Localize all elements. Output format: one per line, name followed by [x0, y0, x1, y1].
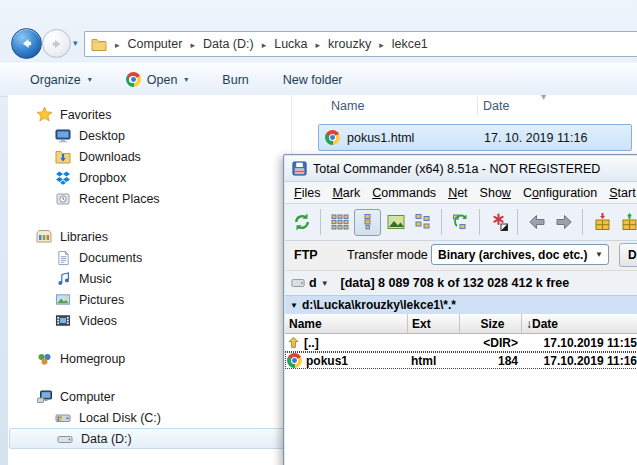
documents-icon — [54, 249, 72, 267]
menu-item-configuration[interactable]: Configuration — [517, 184, 603, 202]
explorer-nav-row: ▾ ▸Computer▸Data (D:)▸Lucka▸krouzky▸lekc… — [0, 26, 637, 62]
menu-item-mark[interactable]: Mark — [326, 184, 366, 202]
sidebar-item-downloads[interactable]: Downloads — [8, 146, 291, 167]
back-arrow-icon — [19, 36, 34, 51]
tc-column-date-label: Date — [532, 317, 558, 331]
back-button[interactable] — [11, 28, 42, 59]
tc-drive-bar: d ▼ [data] 8 089 708 k of 132 028 412 k … — [285, 271, 637, 295]
screen: ▾ ▸Computer▸Data (D:)▸Lucka▸krouzky▸lekc… — [0, 0, 637, 465]
data-disk-icon — [56, 430, 74, 448]
toolbar-icon-select[interactable] — [486, 210, 511, 235]
breadcrumb-item[interactable]: Computer — [128, 37, 183, 51]
forward-button[interactable] — [42, 29, 71, 58]
toolbar-icon-refresh[interactable] — [289, 210, 314, 235]
tc-column-size[interactable]: Size — [459, 314, 521, 333]
address-bar[interactable]: ▸Computer▸Data (D:)▸Lucka▸krouzky▸lekce1 — [84, 31, 637, 57]
breadcrumb-arrow-icon[interactable]: ▸ — [115, 40, 120, 50]
burn-button[interactable]: Burn — [212, 68, 258, 92]
button-label: New folder — [283, 73, 343, 87]
chrome-icon — [126, 72, 141, 87]
toolbar-icon-forward[interactable] — [551, 210, 576, 235]
column-divider[interactable] — [477, 97, 478, 116]
toolbar-icon-tree[interactable] — [410, 210, 435, 235]
sidebar-item-videos[interactable]: Videos — [8, 310, 291, 331]
breadcrumb: ▸Computer▸Data (D:)▸Lucka▸krouzky▸lekce1 — [107, 37, 428, 51]
sidebar-item-pictures[interactable]: Pictures — [8, 289, 291, 310]
sidebar-item-homegroup[interactable]: Homegroup — [8, 348, 291, 369]
toolbar-icon-pack[interactable] — [589, 210, 614, 235]
menu-item-start[interactable]: Start — [603, 184, 637, 202]
pictures-icon — [54, 291, 72, 309]
tc-cell-date: 17.10.2019 11:15 — [521, 336, 637, 350]
local-disk-icon — [54, 409, 72, 427]
toolbar-separator — [517, 209, 518, 235]
tc-file-row[interactable]: [..]<DIR>17.10.2019 11:15 — [285, 334, 637, 352]
button-label: Open — [147, 73, 178, 87]
sidebar-item-favorites[interactable]: Favorites — [8, 104, 291, 125]
sidebar-item-music[interactable]: Music — [8, 268, 291, 289]
sidebar-group: LibrariesDocumentsMusicPicturesVideos — [8, 226, 291, 331]
history-dropdown-icon[interactable]: ▾ — [73, 38, 78, 48]
sidebar-item-libraries[interactable]: Libraries — [8, 226, 291, 247]
button-label: Burn — [222, 73, 248, 87]
transfer-mode-label: Transfer mode — [347, 248, 428, 262]
file-row-selected[interactable]: pokus1.html 17. 10. 2019 11:16 — [318, 124, 632, 151]
file-date: 17. 10. 2019 11:16 — [484, 131, 587, 145]
computer-icon — [35, 388, 53, 406]
toolbar-icon-brief[interactable] — [327, 210, 352, 235]
sidebar-group: Homegroup — [8, 348, 291, 369]
sidebar-item-label: Favorites — [60, 108, 111, 122]
sidebar-item-computer[interactable]: Computer — [8, 386, 291, 407]
drive-dropdown-icon[interactable]: ▼ — [321, 279, 329, 288]
toolbar-icon-synctree[interactable] — [448, 210, 473, 235]
tc-cell-size: <DIR> — [459, 336, 521, 350]
menu-item-net[interactable]: Net — [442, 184, 473, 202]
tc-file-list: [..]<DIR>17.10.2019 11:15pokus1html18417… — [285, 334, 637, 454]
recent-places-icon — [54, 190, 72, 208]
toolbar-icon-back[interactable] — [524, 210, 549, 235]
drive-letter[interactable]: d — [309, 276, 317, 290]
menu-item-files[interactable]: Files — [288, 184, 326, 202]
forward-arrow-icon — [50, 37, 64, 51]
toolbar-icon-unpack[interactable] — [616, 210, 637, 235]
transfer-mode-select[interactable]: Binary (archives, doc etc.) ▼ — [431, 244, 609, 265]
breadcrumb-arrow-icon[interactable]: ▸ — [316, 40, 321, 50]
new-folder-button[interactable]: New folder — [273, 68, 353, 92]
sidebar-item-label: Documents — [79, 251, 142, 265]
column-header-date[interactable]: Date — [483, 99, 509, 113]
breadcrumb-item[interactable]: krouzky — [328, 37, 371, 51]
sidebar-item-data-d-[interactable]: Data (D:) — [9, 428, 288, 449]
tc-column-date[interactable]: ↓Date — [521, 314, 637, 333]
breadcrumb-arrow-icon[interactable]: ▸ — [190, 40, 195, 50]
sidebar-item-label: Computer — [60, 390, 115, 404]
tc-file-row[interactable]: pokus1html18417.10.2019 11:16 — [285, 352, 637, 369]
open-button[interactable]: Open▾ — [116, 67, 199, 92]
organize-button[interactable]: Organize▾ — [20, 68, 102, 92]
column-header-name[interactable]: Name — [331, 99, 364, 113]
breadcrumb-arrow-icon[interactable]: ▸ — [262, 40, 267, 50]
downloads-icon — [54, 148, 72, 166]
sidebar-item-desktop[interactable]: Desktop — [8, 125, 291, 146]
tc-path-bar[interactable]: ▼ d:\Lucka\krouzky\lekce1\*.* — [285, 295, 637, 314]
tc-column-name[interactable]: Name — [285, 314, 407, 333]
tc-column-ext[interactable]: Ext — [407, 314, 459, 333]
tc-title-bar[interactable]: Total Commander (x64) 8.51a - NOT REGIST… — [285, 156, 637, 182]
toolbar-icon-full[interactable] — [354, 209, 381, 236]
disconnect-button[interactable]: Disc — [619, 243, 637, 267]
toolbar-icon-thumbs[interactable] — [383, 210, 408, 235]
drive-info: [data] 8 089 708 k of 132 028 412 k free — [341, 276, 570, 290]
breadcrumb-item[interactable]: Lucka — [274, 37, 307, 51]
menu-item-show[interactable]: Show — [474, 184, 517, 202]
sidebar-item-label: Pictures — [79, 293, 124, 307]
sidebar-item-recent-places[interactable]: Recent Places — [8, 188, 291, 209]
sidebar-item-dropbox[interactable]: Dropbox — [8, 167, 291, 188]
menu-item-commands[interactable]: Commands — [366, 184, 442, 202]
breadcrumb-item[interactable]: Data (D:) — [203, 37, 254, 51]
videos-icon — [54, 312, 72, 330]
sidebar-item-documents[interactable]: Documents — [8, 247, 291, 268]
sidebar-item-local-disk-c-[interactable]: Local Disk (C:) — [8, 407, 291, 428]
breadcrumb-arrow-icon[interactable]: ▸ — [379, 40, 384, 50]
tc-cell-date: 17.10.2019 11:16 — [521, 354, 637, 368]
breadcrumb-item[interactable]: lekce1 — [392, 37, 428, 51]
disconnect-label: Disc — [628, 248, 637, 262]
